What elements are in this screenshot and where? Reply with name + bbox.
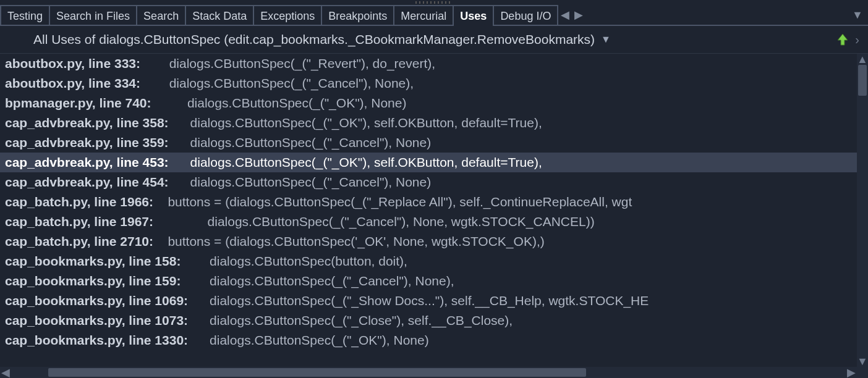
panel-options-button[interactable]: ▼ bbox=[847, 5, 868, 25]
scroll-up-icon[interactable]: ▲ bbox=[857, 54, 868, 65]
drag-grip[interactable] bbox=[0, 0, 868, 5]
result-code: dialogs.CButtonSpec(_("_Show Docs..."), … bbox=[188, 291, 649, 311]
result-code: buttons = (dialogs.CButtonSpec(_("_Repla… bbox=[153, 192, 632, 212]
result-row[interactable]: cap_bookmarks.py, line 1069: dialogs.CBu… bbox=[0, 291, 857, 311]
result-location: cap_advbreak.py, line 359: bbox=[5, 133, 169, 153]
result-row[interactable]: bpmanager.py, line 740: dialogs.CButtonS… bbox=[0, 93, 857, 113]
result-code: dialogs.CButtonSpec(_("_Cancel"), None) bbox=[169, 172, 432, 192]
result-row[interactable]: cap_advbreak.py, line 359: dialogs.CButt… bbox=[0, 133, 857, 153]
uses-title: All Uses of dialogs.CButtonSpec (edit.ca… bbox=[33, 32, 595, 47]
result-row[interactable]: cap_bookmarks.py, line 1073: dialogs.CBu… bbox=[0, 311, 857, 330]
result-location: bpmanager.py, line 740: bbox=[5, 93, 151, 113]
scroll-left-icon[interactable]: ◀ bbox=[0, 367, 11, 378]
dropdown-icon: ▼ bbox=[852, 9, 863, 22]
results-list[interactable]: aboutbox.py, line 333: dialogs.CButtonSp… bbox=[0, 54, 857, 367]
tab-debug-i-o[interactable]: Debug I/O bbox=[493, 5, 558, 25]
result-row[interactable]: cap_batch.py, line 1966: buttons = (dial… bbox=[0, 192, 857, 212]
result-location: cap_bookmarks.py, line 1330: bbox=[5, 330, 188, 350]
result-code: dialogs.CButtonSpec(_("_Revert"), do_rev… bbox=[140, 54, 435, 74]
result-location: cap_advbreak.py, line 454: bbox=[5, 172, 169, 192]
tab-search-in-files[interactable]: Search in Files bbox=[49, 5, 137, 25]
result-location: cap_batch.py, line 2710: bbox=[5, 232, 153, 251]
tab-testing[interactable]: Testing bbox=[0, 5, 50, 25]
result-row[interactable]: aboutbox.py, line 334: dialogs.CButtonSp… bbox=[0, 74, 857, 93]
tab-uses[interactable]: Uses bbox=[453, 5, 494, 25]
uses-history-dropdown[interactable]: ▼ bbox=[601, 34, 611, 45]
result-location: cap_advbreak.py, line 358: bbox=[5, 113, 169, 133]
result-code: buttons = (dialogs.CButtonSpec('_OK', No… bbox=[153, 232, 545, 251]
results-panel: aboutbox.py, line 333: dialogs.CButtonSp… bbox=[0, 53, 868, 378]
tab-mercurial[interactable]: Mercurial bbox=[393, 5, 454, 25]
result-location: cap_batch.py, line 1967: bbox=[5, 212, 153, 232]
result-code: dialogs.CButtonSpec(_("_Cancel"), None), bbox=[140, 74, 414, 93]
close-icon[interactable]: › bbox=[855, 33, 859, 47]
result-location: cap_bookmarks.py, line 1073: bbox=[5, 311, 188, 330]
result-location: cap_advbreak.py, line 453: bbox=[5, 153, 169, 172]
vertical-scroll-thumb[interactable] bbox=[858, 65, 867, 96]
tab-exceptions[interactable]: Exceptions bbox=[253, 5, 322, 25]
tab-breakpoints[interactable]: Breakpoints bbox=[321, 5, 394, 25]
result-row[interactable]: cap_bookmarks.py, line 159: dialogs.CBut… bbox=[0, 271, 857, 291]
scroll-down-icon[interactable]: ▼ bbox=[857, 356, 868, 367]
tab-search[interactable]: Search bbox=[136, 5, 186, 25]
horizontal-scrollbar[interactable]: ◀ ▶ bbox=[0, 367, 857, 378]
result-location: aboutbox.py, line 333: bbox=[5, 54, 140, 74]
result-location: aboutbox.py, line 334: bbox=[5, 74, 140, 93]
result-code: dialogs.CButtonSpec(_("_OK"), None) bbox=[151, 93, 407, 113]
tab-overflow-nav: ◀ ▶ bbox=[561, 5, 583, 25]
result-row[interactable]: cap_batch.py, line 2710: buttons = (dial… bbox=[0, 232, 857, 251]
result-code: dialogs.CButtonSpec(button, doit), bbox=[181, 251, 407, 271]
result-code: dialogs.CButtonSpec(_("_Cancel"), None, … bbox=[153, 212, 595, 232]
result-code: dialogs.CButtonSpec(_("_OK"), self.OKBut… bbox=[169, 153, 542, 172]
result-row[interactable]: aboutbox.py, line 333: dialogs.CButtonSp… bbox=[0, 54, 857, 74]
result-location: cap_bookmarks.py, line 1069: bbox=[5, 291, 188, 311]
result-code: dialogs.CButtonSpec(_("_Close"), self.__… bbox=[188, 311, 513, 330]
result-row[interactable]: cap_batch.py, line 1967: dialogs.CButton… bbox=[0, 212, 857, 232]
result-code: dialogs.CButtonSpec(_("_OK"), None) bbox=[188, 330, 429, 350]
result-code: dialogs.CButtonSpec(_("_OK"), self.OKBut… bbox=[169, 113, 542, 133]
vertical-scrollbar[interactable]: ▲ ▼ bbox=[857, 54, 868, 367]
tab-strip: TestingSearch in FilesSearchStack DataEx… bbox=[0, 5, 868, 26]
result-location: cap_batch.py, line 1966: bbox=[5, 192, 153, 212]
result-row[interactable]: cap_advbreak.py, line 358: dialogs.CButt… bbox=[0, 113, 857, 133]
result-row[interactable]: cap_bookmarks.py, line 158: dialogs.CBut… bbox=[0, 251, 857, 271]
goto-source-button[interactable] bbox=[836, 33, 849, 46]
tab-scroll-right-icon[interactable]: ▶ bbox=[574, 8, 583, 22]
result-row[interactable]: cap_bookmarks.py, line 1330: dialogs.CBu… bbox=[0, 330, 857, 350]
result-location: cap_bookmarks.py, line 158: bbox=[5, 251, 181, 271]
result-location: cap_bookmarks.py, line 159: bbox=[5, 271, 181, 291]
tab-scroll-left-icon[interactable]: ◀ bbox=[561, 8, 569, 22]
result-row[interactable]: cap_advbreak.py, line 454: dialogs.CButt… bbox=[0, 172, 857, 192]
tab-stack-data[interactable]: Stack Data bbox=[185, 5, 254, 25]
result-code: dialogs.CButtonSpec(_("_Cancel"), None) bbox=[169, 133, 432, 153]
result-row[interactable]: cap_advbreak.py, line 453: dialogs.CButt… bbox=[0, 153, 857, 172]
result-code: dialogs.CButtonSpec(_("_Cancel"), None), bbox=[181, 271, 454, 291]
uses-header: All Uses of dialogs.CButtonSpec (edit.ca… bbox=[0, 26, 868, 53]
horizontal-scroll-thumb[interactable] bbox=[48, 368, 586, 377]
scroll-right-icon[interactable]: ▶ bbox=[846, 367, 857, 378]
